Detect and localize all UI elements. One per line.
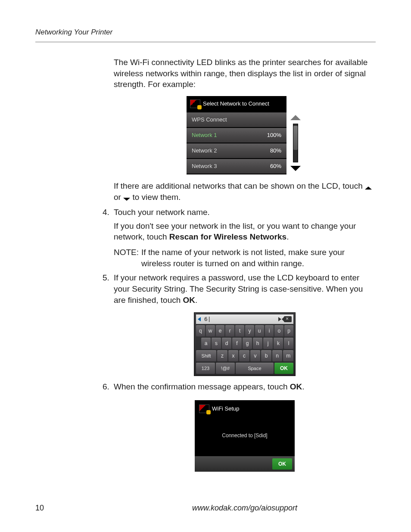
key-v[interactable]: v [250,350,261,361]
key-f[interactable]: f [232,338,242,349]
scroll-up-icon[interactable] [290,115,301,120]
text: . [286,232,289,241]
network-scroll-controls [288,96,303,174]
step-number: 4. [103,207,109,218]
key-y[interactable]: y [245,325,254,336]
page-footer: 10 www.kodak.com/go/aiosupport [35,503,376,513]
confirmation-title-text: WiFi Setup [212,405,240,413]
key-h[interactable]: h [253,338,262,349]
key-space[interactable]: Space [236,363,274,374]
page: Networking Your Printer The Wi-Fi connec… [0,0,411,532]
key-shift[interactable]: Shift [196,350,216,361]
running-header: Networking Your Printer [35,28,376,42]
footer-url: www.kodak.com/go/aiosupport [114,503,376,513]
key-j[interactable]: j [263,338,273,349]
step-4-note: NOTE: If the name of your network is not… [114,247,376,269]
key-z[interactable]: z [217,350,227,361]
key-a[interactable]: a [201,338,211,349]
key-c[interactable]: c [239,350,249,361]
keyboard-row-3: Shift z x c v b n m [196,350,293,361]
figure-keyboard: 6| q w e r t y u i o p [194,312,296,376]
keyboard-row-2: a s d f g h j k l [196,338,293,349]
ok-bold: OK [183,296,196,305]
steps-list: 4. Touch your network name. If you don't… [103,207,376,472]
key-u[interactable]: u [255,325,264,336]
key-123[interactable]: 123 [196,363,215,374]
text: or [114,193,123,202]
network-label: Network 3 [192,162,217,170]
key-q[interactable]: q [196,325,205,336]
note-body: If the name of your network is not liste… [141,247,376,269]
network-row[interactable]: WPS Connect [187,112,286,127]
key-m[interactable]: m [283,350,293,361]
key-g[interactable]: g [243,338,252,349]
key-w[interactable]: w [206,325,215,336]
figure-network-list: Select Network to Connect WPS Connect Ne… [187,96,303,174]
network-signal: 80% [270,147,281,155]
network-list-title: Select Network to Connect [187,96,286,112]
scroll-down-icon[interactable] [290,166,301,171]
confirmation-message: Connected to [Sdid] [195,419,295,456]
ok-button[interactable]: OK [272,458,292,470]
caret-left-icon[interactable] [198,317,201,321]
step-4-sub: If you don't see your network in the lis… [114,221,376,243]
key-d[interactable]: d [222,338,231,349]
confirmation-button-bar: OK [195,456,295,472]
network-list-screen: Select Network to Connect WPS Connect Ne… [187,96,286,174]
ok-bold: OK [290,382,302,391]
key-p[interactable]: p [284,325,293,336]
key-symbols[interactable]: !@# [216,363,235,374]
text: to view them. [132,193,181,202]
network-signal: 60% [270,162,281,170]
network-row[interactable]: Network 1 100% [187,128,286,143]
kodak-icon [190,100,200,108]
key-x[interactable]: x [228,350,239,361]
password-entry[interactable]: 6| [203,315,276,323]
network-label: Network 1 [192,131,217,139]
key-e[interactable]: e [216,325,225,336]
scroll-instruction: If there are additional networks that ca… [114,180,376,202]
step-number: 5. [103,272,109,283]
scrollbar-thumb[interactable] [293,126,298,150]
note-label: NOTE: [114,247,139,269]
key-o[interactable]: o [274,325,283,336]
text: If there are additional networks that ca… [114,181,365,190]
network-label: Network 2 [192,147,217,155]
key-t[interactable]: t [235,325,244,336]
text: When the confirmation message appears, t… [114,382,290,391]
key-k[interactable]: k [274,338,283,349]
scrollbar-track[interactable] [293,124,298,162]
confirmation-title: WiFi Setup [195,400,295,419]
keyboard-entry-bar: 6| [196,314,293,324]
key-l[interactable]: l [284,338,293,349]
text: . [195,296,197,305]
network-signal: 100% [267,131,281,139]
key-i[interactable]: i [265,325,274,336]
key-s[interactable]: s [212,338,221,349]
network-list-title-text: Select Network to Connect [203,100,269,108]
key-ok[interactable]: OK [274,363,293,374]
network-row[interactable]: Network 3 60% [187,159,286,174]
key-r[interactable]: r [225,325,234,336]
caret-right-icon[interactable] [278,317,281,321]
text: . [302,382,304,391]
network-row[interactable]: Network 2 80% [187,143,286,158]
keyboard-row-1: q w e r t y u i o p [196,325,293,336]
kodak-icon [199,404,209,413]
down-arrow-icon [123,198,130,201]
up-arrow-icon [365,187,372,190]
keyboard-row-4: 123 !@# Space OK [196,363,293,374]
key-b[interactable]: b [261,350,271,361]
page-number: 10 [35,503,114,513]
step-4: 4. Touch your network name. If you don't… [103,207,376,269]
figure-confirmation: WiFi Setup Connected to [Sdid] OK [195,400,295,472]
step-text: If your network requires a password, use… [114,273,363,304]
step-text: Touch your network name. [114,208,210,217]
text: If your network requires a password, use… [114,273,363,304]
backspace-icon[interactable] [284,316,292,322]
intro-paragraph: The Wi-Fi connectivity LED blinks as the… [114,57,376,90]
step-number: 6. [103,381,109,392]
step-5: 5. If your network requires a password, … [103,272,376,376]
body-column: The Wi-Fi connectivity LED blinks as the… [114,57,376,472]
key-n[interactable]: n [272,350,283,361]
